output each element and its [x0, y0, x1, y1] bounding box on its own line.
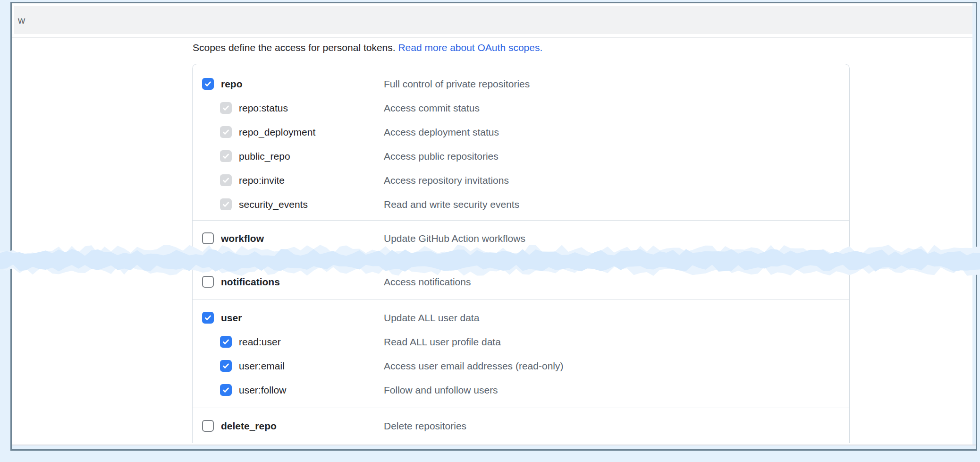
header-divider [12, 37, 972, 38]
checkbox-user:follow[interactable] [220, 384, 232, 396]
check-icon [222, 104, 230, 112]
scope-name[interactable]: repo:status [239, 103, 288, 114]
scope-description: Read and write security events [384, 199, 519, 210]
scope-description: Access user email addresses (read-only) [384, 360, 563, 372]
check-icon [222, 152, 230, 160]
scope-description: Full control of private repositories [384, 78, 530, 90]
right-gutter [972, 3, 976, 449]
oauth-scopes-link[interactable]: Read more about OAuth scopes. [398, 42, 542, 53]
scope-name[interactable]: notifications [221, 276, 280, 288]
scope-name[interactable]: user:email [239, 360, 285, 372]
scope-group: repoFull control of private repositories… [193, 64, 849, 220]
scope-name[interactable]: security_events [239, 199, 308, 210]
scope-description: Access public repositories [384, 151, 498, 162]
bottom-strip [12, 445, 976, 449]
scope-description: Access notifications [384, 276, 471, 288]
check-icon [222, 176, 230, 184]
scope-description: Access repository invitations [384, 175, 509, 186]
checkbox-security_events [220, 198, 232, 210]
checkbox-repo_deployment [220, 126, 232, 138]
checkbox-workflow[interactable] [202, 232, 214, 244]
scope-description: Delete repositories [384, 420, 466, 432]
check-icon [222, 338, 230, 346]
checkbox-user:email[interactable] [220, 360, 232, 372]
checkbox-repo:status [220, 102, 232, 114]
scope-row-repo: repoFull control of private repositories [193, 72, 849, 96]
scope-row-user: userUpdate ALL user data [193, 306, 849, 330]
check-icon [222, 386, 230, 394]
scope-name[interactable]: delete_repo [221, 420, 277, 432]
check-icon [222, 200, 230, 208]
checkbox-user[interactable] [202, 312, 214, 324]
scopes-intro: Scopes define the access for personal to… [193, 41, 542, 54]
scope-row-user:email: user:emailAccess user email addresses (r… [193, 354, 849, 378]
scope-name[interactable]: user:follow [239, 385, 286, 396]
scope-group: delete_repoDelete repositories [193, 408, 849, 441]
scope-row-read:user: read:userRead ALL user profile data [193, 330, 849, 354]
checkbox-delete_repo[interactable] [202, 420, 214, 432]
scope-row-repo_deployment: repo_deploymentAccess deployment status [193, 120, 849, 144]
check-icon [204, 80, 212, 88]
scope-row-security_events: security_eventsRead and write security e… [193, 192, 849, 216]
scope-name[interactable]: user [221, 312, 242, 324]
scope-row-delete_repo: delete_repoDelete repositories [193, 414, 849, 438]
checkbox-read:user[interactable] [220, 336, 232, 348]
scope-description: Update ALL user data [384, 312, 479, 324]
checkbox-repo:invite [220, 174, 232, 186]
scope-row-repo:status: repo:statusAccess commit status [193, 96, 849, 120]
scope-row-repo:invite: repo:inviteAccess repository invitations [193, 168, 849, 192]
scope-description: Follow and unfollow users [384, 385, 498, 396]
scope-name[interactable]: repo [221, 78, 243, 90]
scope-description: Access deployment status [384, 127, 499, 138]
checkbox-repo[interactable] [202, 78, 214, 90]
check-icon [222, 362, 230, 370]
scopes-intro-text: Scopes define the access for personal to… [193, 42, 398, 53]
check-icon [222, 128, 230, 136]
scope-name[interactable]: repo_deployment [239, 127, 315, 138]
scope-name[interactable]: workflow [221, 233, 264, 244]
scope-description: Access commit status [384, 103, 480, 114]
screenshot-frame: w Scopes define the access for personal … [10, 2, 977, 451]
scope-name[interactable]: public_repo [239, 151, 290, 162]
scope-description: Update GitHub Action workflows [384, 233, 525, 244]
scope-name[interactable]: read:user [239, 336, 281, 348]
checkbox-public_repo [220, 150, 232, 162]
checkbox-notifications[interactable] [202, 276, 214, 288]
scope-name[interactable]: repo:invite [239, 175, 285, 186]
tab-bar: w [14, 6, 972, 34]
torn-edge [0, 244, 980, 277]
scope-row-user:follow: user:followFollow and unfollow users [193, 378, 849, 402]
tab-label: w [18, 15, 25, 26]
scope-row-public_repo: public_repoAccess public repositories [193, 144, 849, 168]
scope-group: userUpdate ALL user dataread:userRead AL… [193, 299, 849, 408]
check-icon [204, 314, 212, 322]
scope-description: Read ALL user profile data [384, 336, 501, 348]
